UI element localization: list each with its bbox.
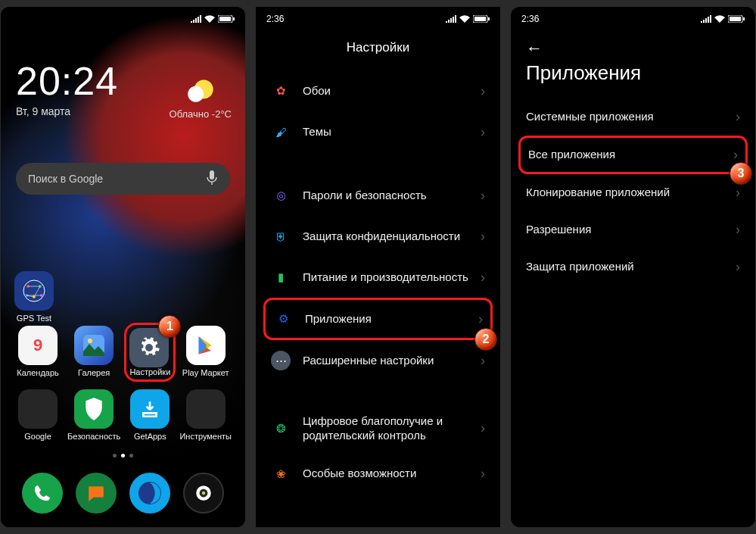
wifi-icon — [204, 15, 215, 23]
app-settings[interactable]: Настройки 1 — [126, 326, 173, 379]
battery-icon — [218, 15, 235, 23]
app-getapps[interactable]: GetApps — [126, 389, 173, 441]
settings-row-accessibility[interactable]: ❀Особые возможности› — [256, 454, 500, 495]
settings-row-wallpaper[interactable]: ✿Обои› — [256, 70, 500, 111]
apps-row-all[interactable]: Все приложения› — [518, 136, 748, 174]
battery-icon — [473, 15, 490, 23]
search-placeholder: Поиск в Google — [28, 173, 103, 185]
dock-camera[interactable] — [183, 473, 224, 514]
settings-row-passwords[interactable]: ◎Пароли и безопасность› — [256, 175, 500, 216]
svg-point-11 — [88, 339, 92, 343]
svg-rect-18 — [488, 17, 490, 20]
apps-row-permissions[interactable]: Разрешения› — [511, 211, 755, 248]
shield-icon — [74, 389, 114, 429]
svg-rect-20 — [730, 17, 741, 21]
app-play-market[interactable]: Play Маркет — [179, 326, 232, 379]
app-calendar[interactable]: 9Календарь — [14, 326, 61, 379]
signal-icon — [701, 15, 711, 23]
app-grid: 9Календарь Галерея Настройки 1 Play Марк… — [1, 326, 245, 441]
chevron-right-icon: › — [736, 259, 740, 275]
google-search-bar[interactable]: Поиск в Google — [16, 163, 230, 195]
folder-icon — [186, 389, 226, 429]
page-title: Приложения — [511, 61, 755, 98]
svg-rect-1 — [219, 17, 231, 21]
dock-browser[interactable] — [129, 473, 170, 514]
gallery-icon — [74, 326, 114, 365]
more-icon: ⋯ — [271, 351, 291, 370]
apps-row-protection[interactable]: Защита приложений› — [511, 248, 755, 286]
chevron-right-icon: › — [733, 147, 738, 163]
phone-home-screen: 20:24 Вт, 9 марта Облачно -2°C Поиск в G… — [1, 7, 245, 527]
app-folder-google[interactable]: Google — [14, 389, 61, 441]
getapps-icon — [130, 389, 170, 429]
app-security[interactable]: Безопасность — [67, 389, 120, 441]
chevron-right-icon: › — [481, 466, 485, 482]
chevron-right-icon: › — [481, 83, 485, 99]
status-time: 2:36 — [266, 14, 284, 24]
phone-settings-screen: 2:36 Настройки ✿Обои› 🖌Темы› ◎Пароли и б… — [256, 7, 500, 527]
svg-rect-17 — [474, 17, 486, 21]
chevron-right-icon: › — [481, 270, 485, 286]
settings-row-apps[interactable]: ⚙Приложения› — [263, 298, 493, 340]
chevron-right-icon: › — [481, 420, 485, 436]
dock-phone[interactable] — [22, 473, 63, 514]
play-store-icon — [186, 326, 226, 365]
signal-icon — [446, 15, 456, 23]
wifi-icon — [714, 15, 725, 23]
status-time: 2:36 — [521, 14, 539, 24]
settings-row-battery[interactable]: ▮Питание и производительность› — [256, 257, 500, 298]
dock — [1, 473, 245, 514]
calendar-icon: 9 — [18, 326, 58, 365]
phone-apps-screen: 2:36 ← Приложения Системные приложения› … — [511, 7, 755, 527]
app-icon-gps[interactable]: GPS Test — [14, 271, 54, 323]
chevron-right-icon: › — [736, 222, 740, 238]
apps-row-system[interactable]: Системные приложения› — [511, 98, 755, 136]
signal-icon — [191, 15, 201, 23]
fingerprint-icon: ◎ — [271, 186, 291, 205]
settings-row-advanced[interactable]: ⋯Расширенные настройки› — [256, 340, 500, 381]
wallpaper-icon: ✿ — [271, 81, 291, 101]
battery-icon — [728, 15, 745, 23]
chevron-right-icon: › — [481, 188, 485, 204]
settings-row-themes[interactable]: 🖌Темы› — [256, 111, 500, 152]
dock-messages[interactable] — [76, 473, 117, 514]
chevron-right-icon: › — [478, 311, 483, 327]
accessibility-icon: ❀ — [271, 464, 291, 484]
svg-point-15 — [201, 492, 204, 495]
three-phone-tutorial: 20:24 Вт, 9 марта Облачно -2°C Поиск в G… — [1, 7, 755, 527]
gps-icon — [14, 271, 54, 311]
weather-icon — [185, 75, 216, 107]
step-badge-1: 1 — [158, 315, 181, 338]
page-title: Настройки — [256, 28, 500, 70]
apps-icon: ⚙ — [273, 309, 293, 329]
svg-rect-3 — [210, 170, 214, 180]
status-bar: 2:36 — [511, 7, 755, 28]
apps-row-clone[interactable]: Клонирование приложений› — [511, 174, 755, 211]
themes-icon: 🖌 — [271, 122, 291, 142]
chevron-right-icon: › — [481, 229, 485, 245]
svg-rect-21 — [743, 17, 745, 20]
wellbeing-icon: ❂ — [271, 419, 291, 439]
chevron-right-icon: › — [481, 353, 485, 369]
settings-row-wellbeing[interactable]: ❂Цифровое благополучие и родительский ко… — [256, 404, 500, 454]
back-button[interactable]: ← — [511, 28, 755, 61]
status-bar — [1, 7, 245, 28]
status-bar: 2:36 — [256, 7, 500, 28]
app-gallery[interactable]: Галерея — [67, 326, 120, 379]
svg-rect-2 — [233, 17, 235, 20]
chevron-right-icon: › — [736, 185, 740, 201]
chevron-right-icon: › — [481, 124, 485, 140]
folder-icon — [18, 389, 58, 429]
wifi-icon — [459, 15, 470, 23]
app-folder-tools[interactable]: Инструменты — [179, 389, 232, 441]
weather-widget[interactable]: Облачно -2°C — [170, 75, 232, 120]
shield-icon: ⛨ — [271, 226, 291, 246]
battery-icon: ▮ — [271, 267, 291, 287]
mic-icon[interactable] — [206, 170, 218, 188]
settings-row-privacy[interactable]: ⛨Защита конфиденциальности› — [256, 216, 500, 257]
page-indicator — [1, 454, 245, 457]
chevron-right-icon: › — [736, 109, 740, 125]
